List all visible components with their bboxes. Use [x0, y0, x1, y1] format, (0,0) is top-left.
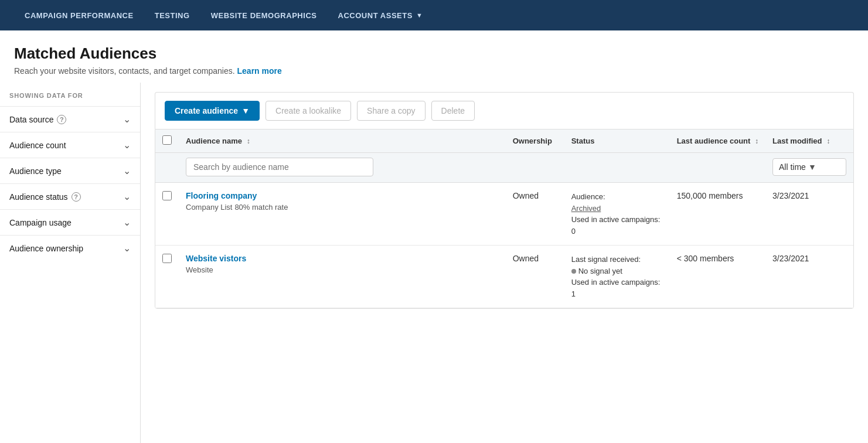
data-source-chevron-icon: ⌄ — [123, 114, 131, 125]
audiences-table: Audience name ↕ Ownership Status Last au… — [155, 130, 853, 308]
toolbar: Create audience ▼ Create a lookalike Sha… — [155, 92, 854, 129]
search-input[interactable] — [186, 158, 373, 176]
audience-ownership-chevron-icon: ⌄ — [123, 243, 131, 254]
page-title: Matched Audiences — [14, 45, 854, 63]
col-audience-name[interactable]: Audience name ↕ — [179, 130, 506, 153]
col-last-audience-count[interactable]: Last audience count ↕ — [670, 130, 765, 153]
row2-checkbox-cell — [155, 246, 179, 308]
row1-audience-count: 150,000 members — [670, 183, 765, 246]
row2-last-modified: 3/23/2021 — [765, 246, 853, 308]
data-source-help-icon: ? — [57, 115, 66, 124]
audiences-table-container: Audience name ↕ Ownership Status Last au… — [155, 129, 854, 309]
search-cell — [179, 153, 670, 183]
create-audience-button[interactable]: Create audience ▼ — [165, 101, 260, 121]
sidebar-item-data-source[interactable]: Data source ? ⌄ — [0, 106, 140, 132]
select-all-cell — [155, 130, 179, 153]
row1-audience-name-link[interactable]: Flooring company — [186, 191, 499, 200]
row1-sub2: 80% match rate — [234, 203, 288, 212]
table-row: Flooring company Company List 80% match … — [155, 183, 853, 246]
table-search-row: All time ▼ — [155, 153, 853, 183]
delete-button[interactable]: Delete — [431, 101, 475, 121]
row2-checkbox[interactable] — [162, 254, 172, 263]
col-last-modified[interactable]: Last modified ↕ — [765, 130, 853, 153]
row1-name-cell: Flooring company Company List 80% match … — [179, 183, 506, 246]
account-assets-chevron-icon: ▼ — [416, 12, 423, 19]
col-status: Status — [564, 130, 670, 153]
audience-name-sort-icon: ↕ — [247, 137, 250, 145]
row2-ownership: Owned — [506, 246, 564, 308]
page-header: Matched Audiences Reach your website vis… — [0, 30, 868, 83]
row2-sub1: Website — [186, 265, 213, 274]
campaign-usage-chevron-icon: ⌄ — [123, 217, 131, 228]
audience-count-chevron-icon: ⌄ — [123, 139, 131, 151]
search-count-spacer — [670, 153, 765, 183]
sidebar-item-audience-type[interactable]: Audience type ⌄ — [0, 158, 140, 183]
row2-status: Last signal received: No signal yet Used… — [564, 246, 670, 308]
share-copy-button[interactable]: Share a copy — [357, 101, 426, 121]
no-signal-dot-icon — [571, 269, 576, 274]
time-filter-cell: All time ▼ — [765, 153, 853, 183]
row1-status-archived: Archived — [571, 204, 601, 213]
sidebar-item-audience-ownership[interactable]: Audience ownership ⌄ — [0, 235, 140, 261]
audience-status-help-icon: ? — [72, 192, 81, 202]
modified-sort-icon: ↕ — [826, 137, 830, 145]
row1-checkbox[interactable] — [162, 191, 172, 200]
top-navigation: CAMPAIGN PERFORMANCE TESTING WEBSITE DEM… — [0, 0, 868, 30]
table-body: Flooring company Company List 80% match … — [155, 183, 853, 308]
sidebar: SHOWING DATA FOR Data source ? ⌄ Audienc… — [0, 83, 141, 443]
sidebar-showing-label: SHOWING DATA FOR — [0, 92, 140, 106]
nav-item-testing[interactable]: TESTING — [144, 0, 200, 30]
search-checkbox-spacer — [155, 153, 179, 183]
page-subtitle: Reach your website visitors, contacts, a… — [14, 66, 854, 76]
row1-checkbox-cell — [155, 183, 179, 246]
sidebar-item-campaign-usage[interactable]: Campaign usage ⌄ — [0, 209, 140, 235]
row2-name-cell: Website vistors Website — [179, 246, 506, 308]
nav-item-website-demographics[interactable]: WEBSITE DEMOGRAPHICS — [200, 0, 328, 30]
learn-more-link[interactable]: Learn more — [237, 66, 282, 76]
audience-status-chevron-icon: ⌄ — [123, 191, 131, 202]
row2-audience-name-link[interactable]: Website vistors — [186, 254, 499, 263]
table-header-row: Audience name ↕ Ownership Status Last au… — [155, 130, 853, 153]
col-ownership: Ownership — [506, 130, 564, 153]
count-sort-icon: ↕ — [755, 137, 758, 145]
row1-status: Audience: Archived Used in active campai… — [564, 183, 670, 246]
select-all-checkbox[interactable] — [162, 135, 172, 145]
sidebar-item-audience-status[interactable]: Audience status ? ⌄ — [0, 183, 140, 209]
row2-audience-count: < 300 members — [670, 246, 765, 308]
table-row: Website vistors Website Owned Last signa… — [155, 246, 853, 308]
row1-sub1: Company List — [186, 203, 232, 212]
row1-ownership: Owned — [506, 183, 564, 246]
sidebar-item-audience-count[interactable]: Audience count ⌄ — [0, 132, 140, 158]
row1-last-modified: 3/23/2021 — [765, 183, 853, 246]
audience-type-chevron-icon: ⌄ — [123, 165, 131, 176]
main-layout: SHOWING DATA FOR Data source ? ⌄ Audienc… — [0, 83, 868, 443]
nav-item-campaign-performance[interactable]: CAMPAIGN PERFORMANCE — [14, 0, 144, 30]
time-filter-chevron-icon: ▼ — [808, 162, 816, 172]
time-filter-dropdown[interactable]: All time ▼ — [772, 158, 846, 176]
create-audience-chevron-icon: ▼ — [241, 106, 250, 115]
create-lookalike-button[interactable]: Create a lookalike — [265, 101, 351, 121]
content-area: Create audience ▼ Create a lookalike Sha… — [141, 83, 868, 443]
nav-item-account-assets[interactable]: ACCOUNT ASSETS ▼ — [328, 0, 434, 30]
